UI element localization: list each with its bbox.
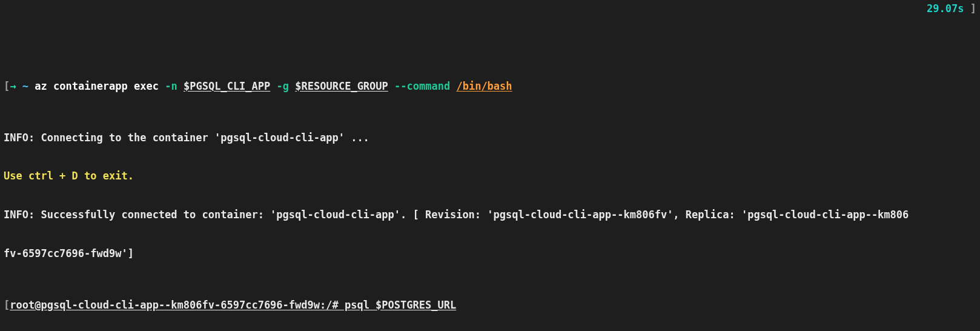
command-line: [→ ~ az containerapp exec -n $PGSQL_CLI_… xyxy=(4,80,976,93)
info-connected-1: INFO: Successfully connected to containe… xyxy=(4,209,976,221)
shell-prompt: root@pgsql-cloud-cli-app--km806fv-6597cc… xyxy=(10,299,456,311)
flag-g: -g xyxy=(277,80,289,92)
info-connecting: INFO: Connecting to the container 'pgsql… xyxy=(4,132,976,144)
cmd-containerapp: containerapp xyxy=(53,80,128,92)
var-pgsql-cli-app: $PGSQL_CLI_APP xyxy=(184,80,270,92)
cmd-exec: exec xyxy=(134,80,159,92)
timer-value: 29.07s xyxy=(927,2,964,15)
bracket-open: [ xyxy=(4,299,10,311)
var-resource-group: $RESOURCE_GROUP xyxy=(295,80,388,92)
command-timer: 29.07s ] xyxy=(927,2,976,15)
info-connected-2: fv-6597cc7696-fwd9w'] xyxy=(4,247,976,260)
terminal-window[interactable]: 29.07s ] [→ ~ az containerapp exec -n $P… xyxy=(0,0,980,331)
exit-hint: Use ctrl + D to exit. xyxy=(4,170,976,182)
prompt-arrow: → xyxy=(10,80,16,92)
cmd-az: az xyxy=(35,80,47,92)
bracket-close: ] xyxy=(970,2,976,15)
flag-n: -n xyxy=(165,80,177,92)
bracket-open: [ xyxy=(4,80,10,92)
shell-prompt-line: [root@pgsql-cloud-cli-app--km806fv-6597c… xyxy=(4,299,976,312)
flag-command: --command xyxy=(394,80,450,92)
prompt-tilde: ~ xyxy=(22,80,28,92)
arg-bin-bash: /bin/bash xyxy=(456,80,512,92)
